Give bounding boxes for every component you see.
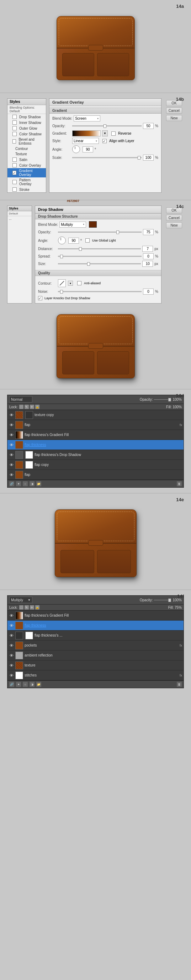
layer-row-flap-thickness[interactable]: 👁 flap thickness (8, 440, 183, 450)
lock-position-icon-14f[interactable]: ✛ (30, 605, 34, 609)
link-icon[interactable]: 🔗 (9, 481, 14, 486)
ds-angle-input[interactable]: 90 (68, 238, 79, 243)
opacity-slider-14f[interactable] (154, 600, 171, 601)
checkbox-gradient-overlay[interactable] (13, 171, 16, 175)
new-button-14c[interactable]: New (166, 222, 182, 228)
eye-pockets-14f[interactable]: 👁 (9, 643, 14, 648)
eye-gradient-fill-14f[interactable]: 👁 (9, 613, 14, 618)
ds-antialias-checkbox[interactable] (77, 281, 82, 285)
eye-flap[interactable]: 👁 (9, 423, 14, 428)
styles-item-outer-glow[interactable]: Outer Glow (8, 126, 46, 131)
ds-noise-slider[interactable] (58, 291, 142, 292)
go-opacity-slider[interactable] (72, 126, 142, 126)
folder-icon[interactable]: 📁 (36, 481, 41, 486)
ds-spread-input[interactable]: 0 (143, 253, 154, 259)
ds-distance-slider[interactable] (58, 248, 141, 249)
style-icon-14f[interactable]: ✦ (16, 682, 21, 687)
checkbox-drop-shadow[interactable] (13, 115, 17, 119)
ds-spread-slider[interactable] (58, 256, 142, 257)
checkbox-bevel[interactable] (13, 139, 16, 143)
cancel-button-14b[interactable]: Cancel (166, 108, 182, 114)
layers-mode-select-14d[interactable]: Normal (9, 396, 32, 402)
layer-row-texture-copy[interactable]: 👁 texture copy (8, 410, 183, 420)
eye-ambient-14f[interactable]: 👁 (9, 653, 14, 658)
eye-flap-thickness-ellipsis[interactable]: 👁 (9, 633, 14, 638)
eye-flap-thickness[interactable]: 👁 (9, 442, 14, 447)
eye-texture-14f[interactable]: 👁 (9, 663, 14, 668)
checkbox-pattern-overlay[interactable] (13, 180, 17, 184)
lock-image-icon[interactable]: ✎ (25, 405, 29, 409)
styles-item-stroke[interactable]: Stroke (8, 187, 46, 192)
layer-row-ambient-14f[interactable]: 👁 ambient reflection (8, 651, 183, 660)
layer-row-texture-14f[interactable]: 👁 texture (8, 660, 183, 670)
layer-row-drop-shadow[interactable]: 👁 flap thickness's Drop Shadow (8, 450, 183, 460)
eye-flap-thickness-14f[interactable]: 👁 (9, 623, 14, 628)
go-opacity-input[interactable]: 50 (143, 123, 154, 129)
go-gradient-arrow[interactable]: ▼ (102, 130, 108, 137)
go-scale-slider[interactable] (72, 157, 142, 158)
styles-item-contour[interactable]: Contour (8, 146, 46, 151)
ds-size-slider[interactable] (58, 263, 141, 264)
styles-item-bevel[interactable]: Bevel and Emboss (8, 137, 46, 146)
go-angle-input[interactable]: 90 (82, 146, 93, 153)
style-icon[interactable]: ✦ (16, 481, 21, 486)
layer-row-gradient-fill[interactable]: 👁 flap thickness's Gradient Fill (8, 430, 183, 440)
layer-row-pockets-14f[interactable]: 👁 pockets fx (8, 641, 183, 651)
ds-global-light-checkbox[interactable] (85, 238, 90, 243)
mask-icon-14f[interactable]: ○ (23, 682, 28, 687)
styles-item-inner-shadow[interactable]: Inner Shadow (8, 120, 46, 126)
ds-noise-thumb[interactable] (60, 290, 63, 294)
styles-item-gradient-overlay[interactable]: Gradient Overlay (8, 168, 46, 177)
lock-all-icon-14f[interactable]: 🔒 (35, 605, 39, 609)
ds-size-thumb[interactable] (87, 262, 90, 266)
layer-row-flap-thickness-14f[interactable]: 👁 flap thickness (8, 620, 183, 630)
opacity-slider-14d[interactable] (154, 399, 171, 400)
layers-mode-select-14f[interactable]: Multiply ▼ (9, 597, 32, 603)
layer-row-flap-2[interactable]: 👁 flap (8, 470, 183, 480)
go-scale-input[interactable]: 100 (143, 154, 154, 161)
checkbox-outer-glow[interactable] (13, 126, 17, 130)
adjust-icon[interactable]: ◑ (30, 481, 35, 486)
styles-item-pattern-overlay[interactable]: Pattern Overlay (8, 177, 46, 187)
checkbox-color-overlay[interactable] (13, 163, 17, 167)
eye-flap-copy[interactable]: 👁 (9, 462, 14, 468)
new-button-14b[interactable]: New (166, 115, 182, 121)
styles-item-satin[interactable]: Satin (8, 157, 46, 162)
mask-icon[interactable]: ○ (23, 481, 28, 486)
ds-color-swatch[interactable] (89, 221, 97, 228)
go-opacity-thumb[interactable] (104, 124, 106, 128)
lock-image-icon-14f[interactable]: ✎ (25, 605, 29, 609)
checkbox-inner-shadow[interactable] (13, 120, 17, 125)
go-blend-mode-select[interactable]: Screen (74, 115, 100, 121)
opacity-thumb-14d[interactable] (168, 398, 171, 401)
eye-stitches-14f[interactable]: 👁 (9, 673, 14, 678)
ds-opacity-slider[interactable] (58, 232, 142, 232)
ds-angle-dial[interactable] (58, 237, 66, 244)
layer-row-flap[interactable]: 👁 flap fx (8, 420, 183, 430)
styles-item-color-overlay[interactable]: Color Overlay (8, 162, 46, 168)
layer-row-gradient-fill-14f[interactable]: 👁 flap thickness's Gradient Fill (8, 611, 183, 620)
checkbox-color-shadow[interactable] (13, 132, 17, 136)
ds-size-input[interactable]: 10 (142, 261, 153, 267)
layer-row-stitches-14f[interactable]: 👁 stitches fx (8, 670, 183, 680)
ds-spread-thumb[interactable] (60, 255, 63, 258)
ds-contour-preview[interactable] (58, 279, 66, 287)
eye-drop-shadow[interactable]: 👁 (9, 452, 14, 457)
checkbox-satin[interactable] (13, 158, 17, 162)
styles-item-color-shadow[interactable]: Color Shadow (8, 131, 46, 137)
go-reverse-checkbox[interactable] (111, 132, 115, 136)
folder-icon-14f[interactable]: 📁 (36, 682, 41, 687)
layer-row-flap-thickness-ellipsis[interactable]: 👁 flap thickness's ... (8, 630, 183, 641)
ds-opacity-thumb[interactable] (116, 231, 119, 234)
go-align-checkbox[interactable] (103, 139, 107, 143)
styles-item-texture[interactable]: Texture (8, 151, 46, 157)
delete-icon-14f[interactable]: 🗑 (177, 682, 182, 687)
adjust-icon-14f[interactable]: ◑ (30, 682, 35, 687)
eye-texture-copy[interactable]: 👁 (9, 412, 14, 417)
ds-distance-input[interactable]: 7 (142, 246, 153, 252)
checkbox-stroke[interactable] (13, 188, 17, 192)
lock-transparent-icon-14f[interactable]: ⬚ (19, 605, 24, 609)
eye-flap-2[interactable]: 👁 (9, 473, 14, 477)
ds-blend-select[interactable]: Multiply (59, 221, 86, 228)
styles-item-drop-shadow[interactable]: Drop Shadow (8, 114, 46, 120)
